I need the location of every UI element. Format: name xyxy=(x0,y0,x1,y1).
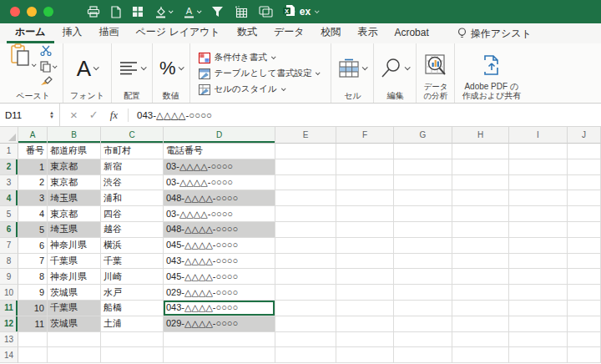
cell-D13[interactable] xyxy=(164,332,275,348)
cell-E10[interactable] xyxy=(275,285,336,301)
copy-button[interactable] xyxy=(40,61,56,73)
conditional-formatting-button[interactable]: 条件付き書式 xyxy=(199,50,275,66)
cell-J8[interactable] xyxy=(568,254,601,270)
cell-J13[interactable] xyxy=(568,332,601,348)
cell-I14[interactable] xyxy=(509,347,568,363)
cell-B13[interactable] xyxy=(48,332,101,348)
cell-A12[interactable]: 11 xyxy=(18,316,48,332)
cell-I4[interactable] xyxy=(509,190,568,206)
cell-B2[interactable]: 東京都 xyxy=(48,159,101,175)
cell-G5[interactable] xyxy=(394,206,452,222)
cell-J9[interactable] xyxy=(568,269,601,285)
column-header-J[interactable]: J xyxy=(568,127,601,144)
cell-G6[interactable] xyxy=(394,222,452,238)
document-title[interactable]: ex xyxy=(300,6,311,18)
cell-G14[interactable] xyxy=(394,347,452,363)
title-chevron-icon[interactable] xyxy=(315,8,320,13)
cell-I12[interactable] xyxy=(509,316,568,332)
cell-C4[interactable]: 浦和 xyxy=(101,190,164,206)
cell-B12[interactable]: 茨城県 xyxy=(48,316,101,332)
editing-group[interactable]: 編集 xyxy=(373,43,416,103)
cell-G12[interactable] xyxy=(394,316,452,332)
cell-F2[interactable] xyxy=(336,159,394,175)
cell-C11[interactable]: 船橋 xyxy=(101,301,164,316)
analyze-data-group[interactable]: データ の分析 xyxy=(416,43,454,103)
column-header-H[interactable]: H xyxy=(452,127,509,144)
cell-F8[interactable] xyxy=(336,254,394,270)
cell-D7[interactable]: 045-△△△△-○○○○ xyxy=(164,238,275,254)
cell-F10[interactable] xyxy=(336,285,394,301)
cell-I13[interactable] xyxy=(509,332,568,348)
cell-B10[interactable]: 茨城県 xyxy=(48,285,101,301)
cell-A9[interactable]: 8 xyxy=(18,269,48,285)
cell-A6[interactable]: 5 xyxy=(18,222,48,238)
cell-H10[interactable] xyxy=(452,285,509,301)
cell-G7[interactable] xyxy=(394,238,452,254)
cell-J12[interactable] xyxy=(568,316,601,332)
cell-A8[interactable]: 7 xyxy=(18,254,48,270)
cell-D6[interactable]: 048-△△△△-○○○○ xyxy=(164,222,275,238)
cell-H14[interactable] xyxy=(452,347,509,363)
cell-F6[interactable] xyxy=(336,222,394,238)
cell-B3[interactable]: 東京都 xyxy=(48,175,101,191)
cell-A14[interactable] xyxy=(18,347,48,363)
cell-A13[interactable] xyxy=(18,332,48,348)
column-header-B[interactable]: B xyxy=(48,127,101,144)
cell-J4[interactable] xyxy=(568,190,601,206)
cell-F7[interactable] xyxy=(336,238,394,254)
cell-F4[interactable] xyxy=(336,190,394,206)
cell-G11[interactable] xyxy=(394,301,452,316)
cell-C13[interactable] xyxy=(101,332,164,348)
cell-J11[interactable] xyxy=(568,301,601,316)
cell-J14[interactable] xyxy=(568,347,601,363)
cell-I1[interactable] xyxy=(509,144,568,159)
cell-C8[interactable]: 千葉 xyxy=(101,254,164,270)
tab-4[interactable]: ページ レイアウト xyxy=(128,23,229,43)
paste-button[interactable] xyxy=(10,43,35,67)
cell-I7[interactable] xyxy=(509,238,568,254)
format-painter-button[interactable] xyxy=(40,74,53,89)
cell-C2[interactable]: 新宿 xyxy=(101,159,164,175)
adobe-pdf-group[interactable]: Adobe PDF の 作成および共有 xyxy=(454,43,531,103)
column-header-G[interactable]: G xyxy=(394,127,452,144)
cell-J6[interactable] xyxy=(568,222,601,238)
cell-G8[interactable] xyxy=(394,254,452,270)
tab-5[interactable]: 数式 xyxy=(229,23,265,43)
name-box-stepper[interactable]: ▲▼ xyxy=(49,111,54,119)
cell-I9[interactable] xyxy=(509,269,568,285)
cell-B6[interactable]: 埼玉県 xyxy=(48,222,101,238)
cell-B4[interactable]: 埼玉県 xyxy=(48,190,101,206)
cell-J2[interactable] xyxy=(568,159,601,175)
cell-D9[interactable]: 045-△△△△-○○○○ xyxy=(164,269,275,285)
accept-icon[interactable]: ✓ xyxy=(89,109,98,121)
cell-H11[interactable] xyxy=(452,301,509,316)
cell-E7[interactable] xyxy=(275,238,336,254)
cell-G4[interactable] xyxy=(394,190,452,206)
fill-color-icon[interactable] xyxy=(154,6,172,18)
cell-F9[interactable] xyxy=(336,269,394,285)
cell-A5[interactable]: 4 xyxy=(18,206,48,222)
cell-E1[interactable] xyxy=(275,144,336,159)
cell-B14[interactable] xyxy=(48,347,101,363)
cell-I11[interactable] xyxy=(509,301,568,316)
cell-A7[interactable]: 6 xyxy=(18,238,48,254)
cell-E2[interactable] xyxy=(275,159,336,175)
insert-function-icon[interactable]: fx xyxy=(110,109,118,122)
column-header-E[interactable]: E xyxy=(275,127,336,144)
cell-H5[interactable] xyxy=(452,206,509,222)
cell-J3[interactable] xyxy=(568,175,601,191)
cell-D1[interactable]: 電話番号 xyxy=(164,144,275,159)
cell-E11[interactable] xyxy=(275,301,336,316)
minimize-window-button[interactable] xyxy=(27,7,37,17)
cell-B5[interactable]: 東京都 xyxy=(48,206,101,222)
image-icon[interactable] xyxy=(259,6,273,18)
cell-D4[interactable]: 048-△△△△-○○○○ xyxy=(164,190,275,206)
cell-H6[interactable] xyxy=(452,222,509,238)
cell-C3[interactable]: 渋谷 xyxy=(101,175,164,191)
tab-7[interactable]: 校閲 xyxy=(312,23,349,43)
tab-3[interactable]: 描画 xyxy=(91,23,128,43)
column-header-I[interactable]: I xyxy=(509,127,568,144)
cell-H4[interactable] xyxy=(452,190,509,206)
cell-E9[interactable] xyxy=(275,269,336,285)
alignment-group[interactable]: 配置 xyxy=(111,43,152,103)
